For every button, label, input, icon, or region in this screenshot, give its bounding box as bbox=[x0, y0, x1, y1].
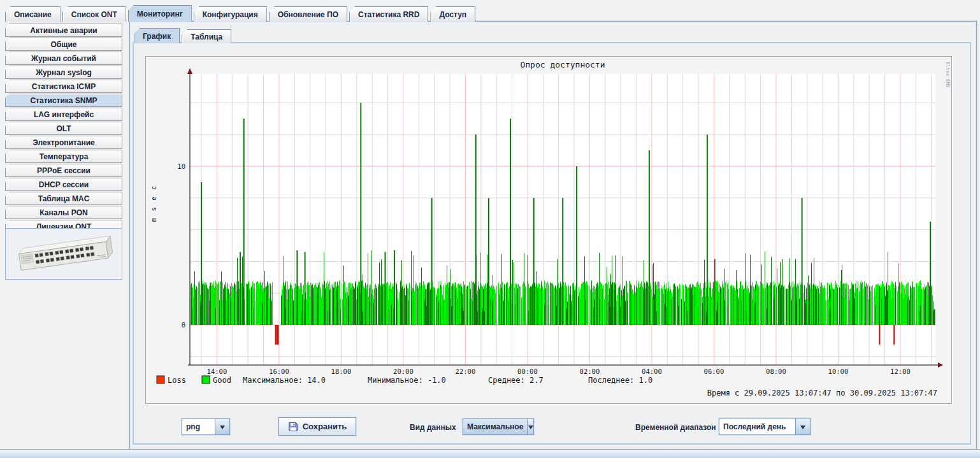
data-kind-label: Вид данных bbox=[410, 423, 456, 432]
data-kind-select[interactable]: Максимальное bbox=[463, 419, 534, 435]
olt-device-drawing bbox=[6, 229, 120, 278]
sidebar-item-olt[interactable]: OLT bbox=[5, 122, 122, 135]
sidebar-item-temperatura[interactable]: Температура bbox=[5, 150, 122, 163]
sidebar-item-kanaly-pon[interactable]: Каналы PON bbox=[5, 206, 122, 219]
chevron-down-icon[interactable] bbox=[795, 419, 810, 434]
svg-text:14:00: 14:00 bbox=[207, 368, 227, 375]
legend-swatch-loss bbox=[157, 376, 164, 383]
save-button[interactable]: Сохранить bbox=[278, 417, 356, 436]
chart-table-tab-bar: ГрафикТаблица bbox=[134, 28, 231, 43]
tab-dostup[interactable]: Доступ bbox=[430, 6, 475, 22]
chart-watermark: Eltex EMS bbox=[945, 62, 950, 88]
tab-tablica[interactable]: Таблица bbox=[182, 29, 231, 43]
sidebar-item-pppoe-sessii[interactable]: PPPoE сессии bbox=[5, 164, 122, 177]
tab-monitoring[interactable]: Мониторинг bbox=[128, 5, 192, 22]
svg-text:Loss: Loss bbox=[168, 376, 186, 385]
sidebar-item-zhurnal-syslog[interactable]: Журнал syslog bbox=[5, 66, 122, 79]
window-bottom-edge bbox=[0, 449, 980, 458]
chart-stat: Максимальное: 14.0 bbox=[243, 376, 326, 385]
chart-ylabel: m s e c bbox=[150, 185, 157, 222]
tab-statistika-rrd[interactable]: Статистика RRD bbox=[349, 6, 428, 22]
svg-text:16:00: 16:00 bbox=[269, 368, 289, 375]
svg-text:04:00: 04:00 bbox=[642, 368, 662, 375]
sidebar-item-dhcp-sessii[interactable]: DHCP сессии bbox=[5, 178, 122, 191]
sidebar-item-aktivnye-avarii[interactable]: Активные аварии bbox=[5, 24, 122, 37]
svg-text:Good: Good bbox=[213, 376, 231, 385]
tab-spisok-ont[interactable]: Список ONT bbox=[62, 6, 126, 22]
format-select-value: png bbox=[182, 419, 215, 434]
time-range-label: Временной диапазон bbox=[635, 423, 716, 432]
availability-chart: 01014:0016:0018:0020:0022:0000:0002:0004… bbox=[145, 56, 952, 404]
sidebar-item-obshchie[interactable]: Общие bbox=[5, 38, 122, 51]
svg-text:20:00: 20:00 bbox=[393, 368, 414, 375]
svg-text:0: 0 bbox=[182, 321, 185, 329]
tab-obnovlenie-po[interactable]: Обновление ПО bbox=[269, 6, 347, 22]
svg-text:00:00: 00:00 bbox=[517, 368, 538, 375]
data-kind-select-value: Максимальное bbox=[463, 419, 527, 434]
time-range-select[interactable]: Последний день bbox=[719, 418, 811, 435]
sidebar-item-tablica-mac[interactable]: Таблица MAC bbox=[5, 192, 122, 205]
svg-text:22:00: 22:00 bbox=[456, 368, 476, 375]
legend-swatch-good bbox=[202, 376, 210, 383]
top-tab-bar: ОписаниеСписок ONTМониторингКонфигурация… bbox=[5, 5, 475, 22]
tab-opisanie[interactable]: Описание bbox=[5, 6, 61, 22]
availability-chart-svg: 01014:0016:0018:0020:0022:0000:0002:0004… bbox=[146, 57, 950, 402]
sidebar-item-lag-interfeys[interactable]: LAG интерфейс bbox=[5, 108, 122, 121]
svg-text:08:00: 08:00 bbox=[766, 368, 786, 375]
sidebar-item-zhurnal-sobytiy[interactable]: Журнал событий bbox=[5, 52, 122, 65]
svg-text:12:00: 12:00 bbox=[890, 368, 911, 375]
save-button-label: Сохранить bbox=[303, 422, 347, 431]
chart-time-range: Время с 29.09.2025 13:07:47 по 30.09.202… bbox=[707, 389, 937, 397]
svg-text:06:00: 06:00 bbox=[704, 368, 724, 375]
sidebar: Активные аварииОбщиеЖурнал событийЖурнал… bbox=[5, 23, 122, 247]
chart-stat: Среднее: 2.7 bbox=[488, 376, 544, 385]
chart-title: Опрос доступности bbox=[520, 60, 605, 69]
svg-text:18:00: 18:00 bbox=[331, 368, 352, 375]
svg-text:10:00: 10:00 bbox=[828, 368, 849, 375]
svg-text:02:00: 02:00 bbox=[580, 368, 600, 375]
time-range-select-value: Последний день bbox=[719, 419, 795, 434]
tab-konfiguracia[interactable]: Конфигурация bbox=[194, 6, 267, 22]
sidebar-item-elektropitanie[interactable]: Электропитание bbox=[5, 136, 122, 149]
floppy-disk-icon bbox=[288, 422, 298, 432]
chevron-down-icon[interactable] bbox=[527, 419, 533, 434]
chart-stat: Минимальное: -1.0 bbox=[368, 376, 446, 385]
format-select[interactable]: png bbox=[182, 419, 230, 435]
olt-device-image bbox=[5, 228, 122, 280]
svg-text:10: 10 bbox=[177, 162, 185, 170]
sidebar-item-statistika-snmp[interactable]: Статистика SNMP bbox=[5, 94, 122, 107]
chevron-down-icon[interactable] bbox=[215, 419, 229, 434]
chart-stat: Последнее: 1.0 bbox=[588, 376, 652, 385]
sidebar-item-statistika-icmp[interactable]: Статистика ICMP bbox=[5, 80, 122, 93]
tab-grafik[interactable]: График bbox=[134, 28, 180, 43]
